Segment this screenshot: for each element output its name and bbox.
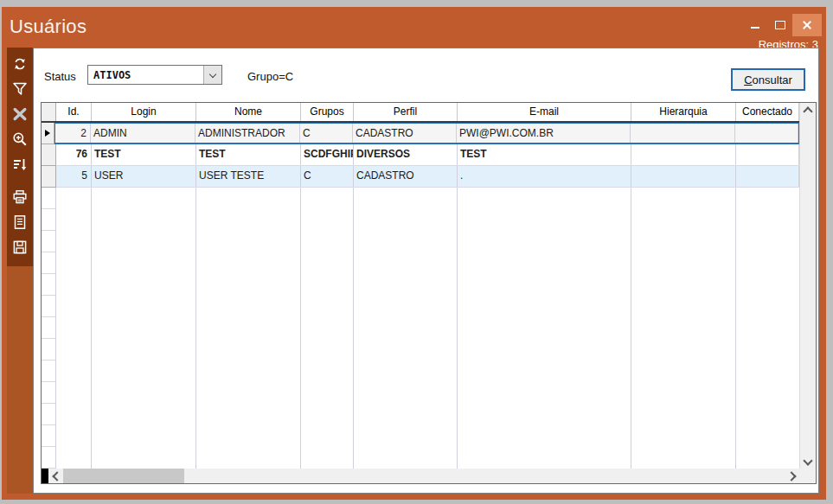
window-controls: [742, 15, 822, 36]
zoom-icon: [11, 131, 29, 148]
column-header-email[interactable]: E-mail: [458, 103, 631, 121]
window-title: Usuários: [10, 16, 87, 38]
grid-cell-perfil[interactable]: DIVERSOS: [354, 144, 458, 165]
print-button[interactable]: [7, 184, 33, 209]
group-filter-label: Grupo=C: [247, 70, 293, 83]
grid-header: Id.LoginNomeGruposPerfilE-mailHierarquia…: [42, 103, 799, 123]
chevron-right-icon: [786, 471, 796, 481]
column-header-login[interactable]: Login: [92, 103, 196, 121]
maximize-icon: [775, 21, 785, 29]
empty-row-selector: [42, 188, 56, 209]
row-selector[interactable]: [42, 123, 54, 144]
chevron-left-icon: [52, 471, 61, 481]
column-header-conectado[interactable]: Conectado: [736, 103, 799, 121]
empty-row-selector: [42, 231, 56, 252]
grid-cell-email[interactable]: .: [458, 166, 631, 187]
empty-row-selector: [42, 339, 56, 360]
grid-cell-login[interactable]: TEST: [92, 144, 196, 165]
row-selector-header: [42, 103, 56, 121]
report-button[interactable]: [7, 209, 33, 234]
grid-cell-email[interactable]: PWI@PWI.COM.BR: [457, 124, 631, 143]
maximize-button[interactable]: [767, 15, 792, 35]
grid-cell-grupos[interactable]: C: [301, 166, 354, 187]
row-selector[interactable]: [42, 166, 56, 188]
empty-row-selector: [42, 209, 56, 231]
empty-row-selector: [42, 360, 56, 382]
horizontal-scroll-thumb[interactable]: [63, 469, 184, 483]
grid-cell-perfil[interactable]: CADASTRO: [354, 166, 458, 187]
chevron-up-icon: [803, 106, 812, 116]
grid-cell-id[interactable]: 2: [55, 124, 91, 143]
column-header-hierarquia[interactable]: Hierarquia: [631, 103, 736, 121]
grid-cell-grupos[interactable]: C: [300, 124, 353, 143]
report-icon: [11, 214, 29, 231]
grid-cell-conectado[interactable]: [735, 124, 798, 143]
grid-cell-conectado[interactable]: [736, 166, 799, 187]
desktop-background: Usuários Registros: 3: [0, 0, 833, 504]
grid-cell-hierarquia[interactable]: [631, 124, 735, 143]
scroll-down-button[interactable]: [800, 454, 815, 469]
row-selector[interactable]: [42, 144, 56, 166]
current-row-arrow-icon: [45, 130, 50, 137]
chevron-down-icon: [803, 456, 812, 465]
grid-cell-nome[interactable]: USER TESTE: [196, 166, 301, 187]
clear-filter-icon: [11, 105, 29, 123]
titlebar[interactable]: Usuários Registros: 3: [2, 7, 826, 48]
column-header-grupos[interactable]: Grupos: [301, 103, 354, 121]
vertical-scrollbar[interactable]: [799, 103, 816, 469]
print-icon: [11, 188, 29, 206]
grid-cell-login[interactable]: USER: [92, 166, 196, 187]
consult-button[interactable]: Consultar: [731, 68, 805, 91]
toolbar: [7, 48, 33, 266]
save-icon: [11, 239, 29, 256]
horizontal-scrollbar[interactable]: [42, 469, 799, 483]
app-window: Usuários Registros: 3: [2, 7, 826, 500]
table-row[interactable]: 5USERUSER TESTECCADASTRO.: [42, 166, 799, 188]
empty-row-selector: [42, 317, 56, 339]
scroll-right-button[interactable]: [785, 469, 799, 483]
refresh-button[interactable]: [7, 51, 33, 76]
filter-icon: [11, 80, 29, 98]
column-header-nome[interactable]: Nome: [196, 103, 301, 121]
zoom-button[interactable]: [7, 126, 33, 151]
empty-row-selector: [42, 425, 56, 447]
scrollbar-corner: [799, 469, 816, 483]
grid-cell-login[interactable]: ADMIN: [91, 124, 195, 143]
sort-button[interactable]: [7, 151, 33, 176]
refresh-icon: [11, 55, 29, 73]
empty-row-selector: [42, 404, 56, 425]
content-panel: Status ATIVOS Grupo=C Consultar Id.Login…: [33, 48, 819, 494]
toolbar-strip: [7, 48, 33, 494]
scroll-left-button[interactable]: [48, 469, 63, 483]
status-dropdown-value: ATIVOS: [88, 69, 203, 81]
chevron-down-icon: [209, 70, 216, 77]
empty-row-selector: [42, 296, 56, 317]
column-header-id[interactable]: Id.: [56, 103, 92, 121]
users-grid: Id.LoginNomeGruposPerfilE-mailHierarquia…: [41, 102, 817, 484]
grid-cell-hierarquia[interactable]: [631, 144, 736, 165]
toolbar-separator: [7, 176, 33, 184]
save-button[interactable]: [7, 234, 33, 259]
column-header-perfil[interactable]: Perfil: [354, 103, 458, 121]
minimize-button[interactable]: [742, 15, 767, 35]
status-dropdown[interactable]: ATIVOS: [87, 65, 222, 85]
grid-cell-perfil[interactable]: CADASTRO: [353, 124, 457, 143]
grid-cell-hierarquia[interactable]: [631, 166, 736, 187]
status-dropdown-button[interactable]: [203, 66, 221, 84]
grid-splitter[interactable]: [42, 469, 48, 483]
grid-cell-grupos[interactable]: SCDFGHIP: [301, 144, 354, 165]
table-row[interactable]: 76TESTTESTSCDFGHIPDIVERSOSTEST: [42, 144, 799, 166]
grid-cell-id[interactable]: 76: [56, 144, 92, 165]
table-row[interactable]: 2ADMINADMINISTRADORCCADASTROPWI@PWI.COM.…: [42, 123, 799, 144]
grid-cell-conectado[interactable]: [736, 144, 799, 165]
grid-cell-email[interactable]: TEST: [458, 144, 631, 165]
clear-filter-button[interactable]: [7, 101, 33, 126]
scroll-up-button[interactable]: [800, 103, 815, 118]
filter-button[interactable]: [7, 76, 33, 101]
close-button[interactable]: [792, 14, 822, 36]
grid-cell-nome[interactable]: TEST: [196, 144, 301, 165]
grid-cell-nome[interactable]: ADMINISTRADOR: [195, 124, 300, 143]
minimize-icon: [751, 27, 759, 29]
empty-row-selector: [42, 252, 56, 274]
grid-cell-id[interactable]: 5: [56, 166, 92, 187]
